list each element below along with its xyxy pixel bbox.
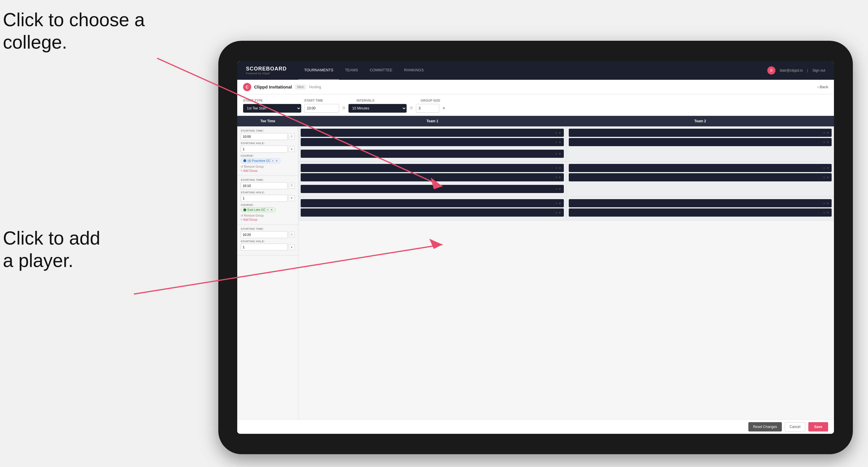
starting-hole-label-3: STARTING HOLE: — [241, 240, 294, 243]
col-team2-header: Team 2 — [566, 119, 834, 123]
cancel-button[interactable]: Cancel — [785, 422, 805, 432]
player-slot-t2-2[interactable]: ✕ ▼ — [569, 138, 832, 146]
nav-rankings[interactable]: RANKINGS — [398, 61, 430, 80]
app-header: SCOREBOARD Powered by clippd TOURNAMENTS… — [237, 61, 834, 80]
slot-x-g2-1[interactable]: ✕ — [555, 166, 557, 170]
slot-x-t2g2-2[interactable]: ✕ — [823, 176, 825, 179]
slot-x-t2g2-1[interactable]: ✕ — [823, 166, 825, 170]
starting-time-input-1[interactable] — [241, 133, 287, 140]
course-chevron-2[interactable]: ▼ — [270, 208, 273, 211]
reset-changes-button[interactable]: Reset Changes — [748, 422, 782, 432]
col-tee-header: Tee Time — [237, 119, 298, 123]
player-slot-t2g3-2[interactable]: ✕ ▼ — [569, 209, 832, 217]
starting-hole-input-2[interactable] — [241, 195, 287, 202]
slot-chevron-t2g2-2[interactable]: ▼ — [826, 176, 829, 179]
scoreboard-logo: SCOREBOARD Powered by clippd — [246, 66, 287, 75]
slot-chevron-t2-1[interactable]: ▼ — [826, 131, 829, 134]
team1-group2: ✕ ▼ ✕ ▼ ✕ ▼ — [298, 162, 566, 196]
course-tag-2[interactable]: East Lake GC ✕ ▼ — [241, 207, 276, 212]
annotation-bottom: Click to add a player. — [3, 227, 100, 272]
slot-chevron-course-1[interactable]: ▼ — [559, 152, 561, 155]
back-button[interactable]: ‹ Back — [817, 85, 828, 89]
save-button[interactable]: Save — [808, 422, 828, 432]
player-slot-area-t2g3: ✕ ▼ ✕ ▼ — [566, 197, 834, 220]
team2-group3: ✕ ▼ ✕ ▼ — [566, 197, 834, 220]
slot-chevron-course-g2[interactable]: ▼ — [559, 187, 561, 191]
slot-chevron-g2-2[interactable]: ▼ — [559, 176, 561, 179]
nav-teams[interactable]: TEAMS — [339, 61, 364, 80]
slot-x-course-g2[interactable]: ✕ — [555, 187, 557, 191]
logo-title: SCOREBOARD — [246, 66, 287, 72]
course-tag-1[interactable]: (A) Peachtree GC ✕ ▼ — [241, 158, 281, 163]
player-slot-t2-1[interactable]: ✕ ▼ — [569, 129, 832, 137]
main-content: STARTING TIME: ⏱ STARTING HOLE: ▼ COURSE… — [237, 126, 834, 423]
starting-hole-input-1[interactable] — [241, 146, 287, 153]
remove-group-2[interactable]: ↺Remove Group — [241, 214, 294, 217]
slot-x-1[interactable]: ✕ — [555, 131, 557, 134]
slot-chevron-2[interactable]: ▼ — [559, 141, 561, 144]
group-1-teams: ✕ ▼ ✕ ▼ ✕ ▼ — [298, 126, 834, 162]
player-slot-2[interactable]: ✕ ▼ — [301, 138, 564, 146]
player-slot-area-t1g2: ✕ ▼ ✕ ▼ — [298, 162, 566, 185]
slot-chevron-t2g3-2[interactable]: ▼ — [826, 211, 829, 214]
slot-chevron-t2g3-1[interactable]: ▼ — [826, 202, 829, 205]
add-group-2[interactable]: +Add Group — [241, 218, 294, 221]
intervals-select[interactable]: 10 Minutes — [348, 104, 407, 113]
starting-time-label-3: STARTING TIME: — [241, 227, 294, 230]
slot-chevron-t2g2-1[interactable]: ▼ — [826, 166, 829, 170]
course-name-1: (A) Peachtree GC — [247, 159, 271, 162]
starting-hole-input-3[interactable] — [241, 244, 287, 251]
player-slot-g3-1[interactable]: ✕ ▼ — [301, 199, 564, 207]
slot-x-t2-1[interactable]: ✕ — [823, 131, 825, 134]
slot-chevron-t2-2[interactable]: ▼ — [826, 141, 829, 144]
add-group-1[interactable]: +Add Group — [241, 169, 294, 173]
starting-time-input-3[interactable] — [241, 231, 287, 238]
event-title: Clippd Invitational — [254, 85, 292, 89]
annotation-top: Click to choose a college. — [3, 9, 145, 54]
slot-x-g2-2[interactable]: ✕ — [555, 176, 557, 179]
slot-x-course-1[interactable]: ✕ — [555, 152, 557, 155]
player-slot-g2-1[interactable]: ✕ ▼ — [301, 164, 564, 172]
slot-x-t2g3-2[interactable]: ✕ — [823, 211, 825, 214]
player-slot-t2g2-2[interactable]: ✕ ▼ — [569, 173, 832, 181]
starting-time-input-row-2: ⏱ — [241, 182, 294, 189]
start-time-input[interactable] — [304, 104, 339, 113]
intervals-label: Intervals — [356, 99, 421, 102]
hole-chevron-3[interactable]: ▼ — [289, 244, 294, 250]
course-remove-2[interactable]: ✕ — [267, 208, 269, 211]
player-slot-1[interactable]: ✕ ▼ — [301, 129, 564, 137]
nav-tournaments[interactable]: TOURNAMENTS — [298, 61, 339, 80]
slot-x-g3-2[interactable]: ✕ — [555, 211, 557, 214]
col-team1-header: Team 1 — [298, 119, 566, 123]
sign-out-link[interactable]: Sign out — [812, 68, 825, 72]
nav-committee[interactable]: COMMITTEE — [364, 61, 398, 80]
player-slot-g3-2[interactable]: ✕ ▼ — [301, 209, 564, 217]
hole-chevron-1[interactable]: ▼ — [289, 146, 294, 152]
course-remove-1[interactable]: ✕ — [272, 159, 274, 162]
course-slot-t1g2[interactable]: ✕ ▼ — [301, 185, 564, 193]
player-slot-t2g3-1[interactable]: ✕ ▼ — [569, 199, 832, 207]
slot-x-g3-1[interactable]: ✕ — [555, 202, 557, 205]
player-slot-g2-2[interactable]: ✕ ▼ — [301, 173, 564, 181]
team2-group2: ✕ ▼ ✕ ▼ — [566, 162, 834, 196]
slot-chevron-g3-2[interactable]: ▼ — [559, 211, 561, 214]
bottom-bar: Reset Changes Cancel Save — [237, 419, 834, 434]
slot-chevron-g3-1[interactable]: ▼ — [559, 202, 561, 205]
remove-group-1[interactable]: ↺Remove Group — [241, 165, 294, 168]
starting-hole-input-row-1: ▼ — [241, 146, 294, 153]
user-email: blair@clippd.io — [780, 68, 803, 72]
hole-chevron-2[interactable]: ▼ — [289, 195, 294, 201]
slot-chevron-g2-1[interactable]: ▼ — [559, 166, 561, 170]
group-2-teams: ✕ ▼ ✕ ▼ ✕ ▼ — [298, 162, 834, 197]
player-slot-t2g2-1[interactable]: ✕ ▼ — [569, 164, 832, 172]
starting-time-input-row-3: ⏱ — [241, 231, 294, 238]
course-chevron-1[interactable]: ▼ — [275, 159, 278, 162]
starting-time-input-2[interactable] — [241, 182, 287, 189]
slot-chevron-1[interactable]: ▼ — [559, 131, 561, 134]
course-slot-t1g1[interactable]: ✕ ▼ — [301, 150, 564, 158]
slot-x-t2g3-1[interactable]: ✕ — [823, 202, 825, 205]
slot-x-t2-2[interactable]: ✕ — [823, 141, 825, 144]
start-type-select[interactable]: 1st Tee Start — [243, 104, 301, 113]
slot-x-2[interactable]: ✕ — [555, 141, 557, 144]
group-size-input[interactable] — [416, 104, 439, 113]
